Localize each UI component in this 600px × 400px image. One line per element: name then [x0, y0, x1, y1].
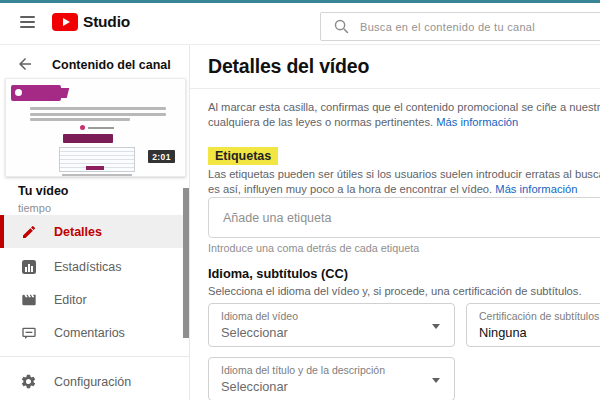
subtitle-certification-dropdown[interactable]: Certificación de subtítulos ? Ninguna	[466, 303, 600, 347]
sidebar-item-comentarios[interactable]: Comentarios	[0, 316, 189, 349]
sidebar-item-configuracion[interactable]: Configuración	[0, 365, 189, 398]
search-input[interactable]	[360, 21, 600, 33]
sidebar-header: Contenido del canal	[52, 58, 171, 72]
search-icon	[333, 18, 350, 35]
tags-section-label: Etiquetas	[208, 147, 278, 165]
main-content: Detalles del vídeo Al marcar esta casill…	[190, 45, 600, 400]
language-section-title: Idioma, subtítulos (CC)	[208, 266, 348, 281]
channel-search-box[interactable]	[320, 12, 600, 41]
video-duration-badge: 2:01	[148, 150, 175, 163]
sidebar-scrollbar[interactable]	[183, 188, 189, 338]
video-thumbnail[interactable]: 2:01	[5, 78, 186, 177]
promo-more-info-link[interactable]: Más información	[436, 116, 518, 128]
chevron-down-icon	[432, 378, 440, 383]
video-language-dropdown[interactable]: Idioma del vídeo Seleccionar	[208, 303, 455, 347]
tags-input[interactable]	[208, 197, 600, 238]
title-description-language-dropdown[interactable]: Idioma del título y de la descripción Se…	[208, 357, 455, 400]
tags-more-info-link[interactable]: Más información	[495, 183, 577, 195]
sidebar-divider	[0, 356, 189, 357]
hamburger-menu-icon[interactable]	[20, 16, 35, 28]
chevron-down-icon	[432, 324, 440, 329]
sidebar-item-detalles[interactable]: Detalles	[0, 215, 189, 248]
youtube-studio-logo[interactable]: Studio	[52, 13, 130, 31]
tags-helper-text: Introduce una coma detrás de cada etique…	[208, 242, 419, 254]
back-arrow-icon[interactable]	[16, 55, 34, 73]
language-section-description: Selecciona el idioma del vídeo y, si pro…	[208, 285, 582, 297]
tags-description: Las etiquetas pueden ser útiles si los u…	[208, 167, 600, 196]
bar-chart-icon	[20, 258, 37, 275]
brand-text: Studio	[83, 13, 130, 31]
comment-icon	[20, 324, 37, 341]
sidebar: Contenido del canal 2:01 Tu vídeo tiempo…	[0, 45, 190, 400]
header-divider	[190, 88, 600, 89]
page-title: Detalles del vídeo	[208, 55, 369, 78]
promo-disclaimer: Al marcar esta casilla, confirmas que el…	[208, 100, 600, 130]
sidebar-item-estadisticas[interactable]: Estadísticas	[0, 250, 189, 283]
youtube-play-icon	[52, 13, 78, 31]
youtube-studio-window: Studio Contenido del canal	[0, 0, 600, 400]
video-subtitle: tiempo	[18, 202, 51, 214]
video-title: Tu vídeo	[18, 184, 68, 198]
editor-icon	[20, 291, 37, 308]
top-app-bar: Studio	[0, 3, 600, 45]
pencil-icon	[20, 223, 37, 240]
gear-icon	[20, 373, 37, 390]
sidebar-item-editor[interactable]: Editor	[0, 283, 189, 316]
